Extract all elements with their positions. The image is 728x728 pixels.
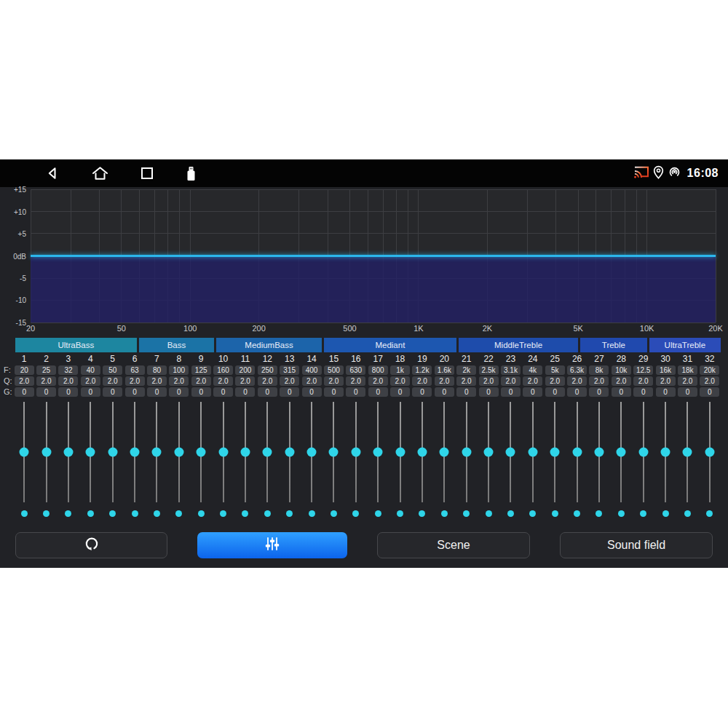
slider-thumb[interactable] [484,448,494,457]
frequency-value[interactable]: 80 [147,365,167,375]
gain-value[interactable]: 0 [545,387,565,397]
q-value[interactable]: 2.0 [412,376,432,386]
slider-thumb[interactable] [705,448,714,457]
gain-value[interactable]: 0 [390,387,410,397]
gain-value[interactable]: 0 [501,387,521,397]
channel-indicator-dot[interactable] [242,510,248,517]
q-value[interactable]: 2.0 [81,376,100,386]
gain-value[interactable]: 0 [346,387,365,397]
slider-thumb[interactable] [240,448,250,457]
frequency-value[interactable]: 25 [36,365,56,375]
slider-thumb[interactable] [285,448,294,457]
band-segment[interactable]: UltraTreble [649,338,721,352]
q-value[interactable]: 2.0 [545,376,565,386]
gain-slider[interactable] [279,402,301,502]
gain-slider[interactable] [79,402,101,502]
gain-value[interactable]: 0 [36,387,56,397]
q-value[interactable]: 2.0 [523,376,542,386]
q-value[interactable]: 2.0 [479,376,499,386]
gain-slider[interactable] [367,402,389,502]
channel-indicator-dot[interactable] [640,510,646,517]
frequency-value[interactable]: 1.2k [412,365,432,375]
channel-indicator-dot[interactable] [264,510,271,517]
reset-button[interactable] [15,532,167,558]
gain-slider[interactable] [146,402,167,502]
slider-thumb[interactable] [351,448,360,457]
q-value[interactable]: 2.0 [656,376,676,386]
frequency-value[interactable]: 400 [302,365,322,375]
slider-thumb[interactable] [63,448,73,457]
q-value[interactable]: 2.0 [103,376,122,386]
gain-slider[interactable] [389,402,411,502]
slider-thumb[interactable] [528,448,537,457]
q-value[interactable]: 2.0 [700,376,719,386]
recents-icon[interactable] [141,167,154,180]
slider-thumb[interactable] [41,448,51,457]
slider-thumb[interactable] [638,448,648,457]
frequency-value[interactable]: 10k [612,365,631,375]
q-value[interactable]: 2.0 [567,376,587,386]
channel-indicator-dot[interactable] [706,510,713,517]
slider-thumb[interactable] [506,448,515,457]
frequency-value[interactable]: 250 [258,365,277,375]
channel-indicator-dot[interactable] [286,510,293,517]
gain-value[interactable]: 0 [567,387,587,397]
channel-indicator-dot[interactable] [220,510,226,517]
frequency-value[interactable]: 1k [390,365,410,375]
gain-slider[interactable] [190,402,212,502]
q-value[interactable]: 2.0 [280,376,299,386]
channel-indicator-dot[interactable] [441,510,448,517]
gain-slider[interactable] [168,402,190,502]
q-value[interactable]: 2.0 [58,376,78,386]
frequency-value[interactable]: 63 [125,365,145,375]
gain-value[interactable]: 0 [125,387,145,397]
channel-indicator-dot[interactable] [43,510,50,517]
gain-slider[interactable] [58,402,79,502]
q-value[interactable]: 2.0 [501,376,521,386]
q-value[interactable]: 2.0 [191,376,211,386]
q-value[interactable]: 2.0 [368,376,388,386]
slider-thumb[interactable] [395,448,405,457]
gain-value[interactable]: 0 [435,387,454,397]
gain-slider[interactable] [212,402,234,502]
frequency-value[interactable]: 500 [324,365,344,375]
channel-indicator-dot[interactable] [21,510,28,517]
channel-indicator-dot[interactable] [109,510,116,517]
channel-indicator-dot[interactable] [309,510,315,517]
frequency-value[interactable]: 5k [545,365,565,375]
channel-indicator-dot[interactable] [375,510,381,517]
gain-value[interactable]: 0 [523,387,542,397]
gain-slider[interactable] [256,402,278,502]
band-segment[interactable]: UltraBass [15,338,137,352]
gain-value[interactable]: 0 [412,387,432,397]
slider-thumb[interactable] [572,448,582,457]
gain-value[interactable]: 0 [633,387,653,397]
gain-slider[interactable] [588,402,610,502]
gain-slider[interactable] [544,402,566,502]
gain-value[interactable]: 0 [81,387,100,397]
gain-value[interactable]: 0 [280,387,299,397]
slider-thumb[interactable] [550,448,560,457]
frequency-value[interactable]: 125 [191,365,211,375]
gain-slider[interactable] [13,402,35,502]
slider-thumb[interactable] [462,448,471,457]
gain-slider[interactable] [522,402,544,502]
gain-value[interactable]: 0 [258,387,277,397]
frequency-value[interactable]: 630 [346,365,365,375]
band-segment[interactable]: MiddleTreble [459,338,578,352]
channel-indicator-dot[interactable] [87,510,94,517]
frequency-value[interactable]: 18k [678,365,697,375]
q-value[interactable]: 2.0 [235,376,255,386]
gain-slider[interactable] [411,402,433,502]
channel-indicator-dot[interactable] [662,510,669,517]
channel-indicator-dot[interactable] [419,510,425,517]
channel-indicator-dot[interactable] [175,510,182,517]
frequency-value[interactable]: 16k [656,365,676,375]
band-segment[interactable]: Mediant [324,338,456,352]
channel-indicator-dot[interactable] [486,510,492,517]
slider-thumb[interactable] [329,448,339,457]
slider-thumb[interactable] [130,448,140,457]
channel-indicator-dot[interactable] [596,510,602,517]
channel-indicator-dot[interactable] [331,510,337,517]
slider-thumb[interactable] [152,448,162,457]
